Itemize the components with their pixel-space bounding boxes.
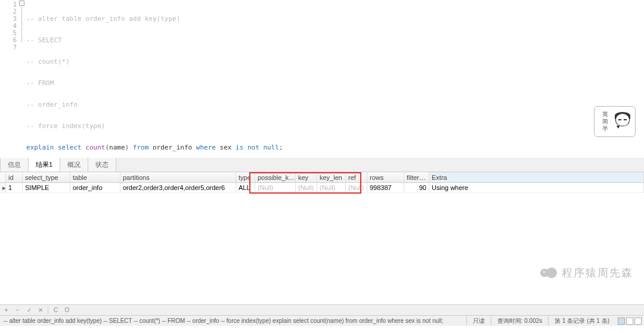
watermark: 程序猿周先森 xyxy=(540,265,633,281)
cell-rows[interactable]: 998387 xyxy=(367,183,404,192)
row-marker-header xyxy=(0,172,6,182)
status-record-info: 第 1 条记录 (共 1 条) xyxy=(548,316,615,326)
refresh-button[interactable]: C xyxy=(52,306,60,314)
stop-button[interactable]: O xyxy=(63,306,71,314)
separator xyxy=(48,307,48,314)
col-ref[interactable]: ref xyxy=(346,172,367,182)
col-select-type[interactable]: select_type xyxy=(23,172,70,182)
cell-extra[interactable]: Using where xyxy=(429,183,644,192)
col-extra[interactable]: Extra xyxy=(429,172,644,182)
add-row-button[interactable]: + xyxy=(2,306,10,314)
tab-result1[interactable]: 结果1 xyxy=(28,157,60,172)
cell-select-type[interactable]: SIMPLE xyxy=(23,183,70,192)
col-partitions[interactable]: partitions xyxy=(120,172,236,182)
row-marker: ▸ xyxy=(0,183,6,192)
grid-view-icon[interactable] xyxy=(618,318,625,325)
ime-sticker: 英 简 半 ♥ xyxy=(594,106,636,137)
grid-header-row: id select_type table partitions type pos… xyxy=(0,172,644,183)
col-id[interactable]: id xyxy=(6,172,23,182)
grid-toolbar: + − ✓ ✕ C O xyxy=(0,304,644,315)
code-content[interactable]: -- alter table order_info add key(type) … xyxy=(26,1,283,158)
col-key-len[interactable]: key_len xyxy=(317,172,346,182)
col-type[interactable]: type xyxy=(236,172,255,182)
status-query-time: 查询时间: 0.002s xyxy=(491,316,549,326)
fold-toggle[interactable]: - xyxy=(19,1,24,6)
wechat-icon xyxy=(540,265,558,281)
col-possible-keys[interactable]: possible_keys xyxy=(255,172,296,182)
status-bar: -- alter table order_info add key(type) … xyxy=(0,315,644,326)
status-readonly: 只读 xyxy=(466,316,491,326)
line-gutter: 1 2 3 4 5 6 7 xyxy=(0,0,19,51)
result-tabs: 信息 结果1 概况 状态 xyxy=(0,158,644,172)
text-view-icon[interactable] xyxy=(634,318,642,325)
sql-editor[interactable]: 1 2 3 4 5 6 7 - -- alter table order_inf… xyxy=(0,0,644,158)
ime-label: 英 简 半 xyxy=(599,111,612,132)
cell-possible-keys[interactable]: (Null) xyxy=(255,183,296,192)
watermark-text: 程序猿周先森 xyxy=(562,266,633,280)
col-key[interactable]: key xyxy=(296,172,317,182)
cancel-button[interactable]: ✕ xyxy=(36,306,44,314)
cell-table[interactable]: order_info xyxy=(70,183,120,192)
status-sql-echo: -- alter table order_info add key(type) … xyxy=(0,318,466,324)
cell-type[interactable]: ALL xyxy=(236,183,255,192)
fold-guide xyxy=(21,7,22,42)
apply-button[interactable]: ✓ xyxy=(25,306,33,314)
tab-profile[interactable]: 概况 xyxy=(60,157,88,172)
delete-row-button[interactable]: − xyxy=(14,306,21,314)
form-view-icon[interactable] xyxy=(626,318,633,325)
results-grid[interactable]: id select_type table partitions type pos… xyxy=(0,172,644,304)
cell-ref[interactable]: (Null) xyxy=(346,183,367,192)
view-mode-icons xyxy=(615,318,644,325)
col-filtered[interactable]: filtered xyxy=(404,172,429,182)
table-row[interactable]: ▸ 1 SIMPLE order_info order2,order3,orde… xyxy=(0,183,644,193)
cell-id[interactable]: 1 xyxy=(6,183,23,192)
cell-key[interactable]: (Null) xyxy=(296,183,317,192)
cell-filtered[interactable]: 90 xyxy=(404,183,429,192)
tab-info[interactable]: 信息 xyxy=(0,157,29,172)
cell-key-len[interactable]: (Null) xyxy=(317,183,346,192)
col-rows[interactable]: rows xyxy=(367,172,404,182)
face-icon: ♥ xyxy=(614,112,631,131)
col-table[interactable]: table xyxy=(70,172,120,182)
cell-partitions[interactable]: order2,order3,order4,order5,order6 xyxy=(120,183,236,192)
tab-status[interactable]: 状态 xyxy=(88,157,116,172)
